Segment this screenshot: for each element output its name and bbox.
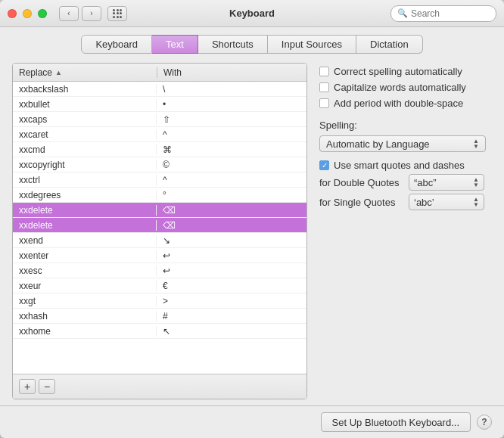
tab-bar: Keyboard Text Shortcuts Input Sources Di… bbox=[0, 27, 504, 54]
table-row[interactable]: xxenter↩ bbox=[13, 248, 306, 263]
cell-replace: xxend bbox=[13, 235, 157, 246]
keyboard-window: ‹ › Keyboard 🔍 Keyboard Text Shortcuts I… bbox=[0, 0, 504, 438]
double-quotes-value: “abc” bbox=[414, 177, 437, 188]
cell-replace: xxdelete bbox=[13, 205, 157, 216]
cell-replace: xxhash bbox=[13, 311, 157, 322]
forward-button[interactable]: › bbox=[82, 6, 101, 21]
cell-replace: xxdelete bbox=[13, 220, 157, 231]
single-quotes-value: ‘abc’ bbox=[414, 197, 434, 208]
table-row[interactable]: xxcaret^ bbox=[13, 127, 306, 142]
table-row[interactable]: xxbackslash\ bbox=[13, 82, 306, 97]
tab-dictation[interactable]: Dictation bbox=[356, 35, 423, 54]
table-row[interactable]: xxhash# bbox=[13, 309, 306, 324]
single-quotes-dropdown[interactable]: ‘abc’ ▲▼ bbox=[409, 194, 484, 210]
spelling-dropdown-value: Automatic by Language bbox=[326, 138, 430, 150]
table-row[interactable]: xxhome↖ bbox=[13, 324, 306, 339]
close-button[interactable] bbox=[8, 9, 17, 18]
grid-button[interactable] bbox=[107, 6, 127, 21]
correct-spelling-checkbox[interactable] bbox=[319, 67, 329, 76]
tab-shortcuts[interactable]: Shortcuts bbox=[198, 35, 268, 54]
spelling-dropdown-arrow-icon: ▲▼ bbox=[473, 138, 479, 149]
text-table: Replace ▲ With xxbackslash\xxbullet•xxca… bbox=[12, 63, 307, 399]
col-with-header: With bbox=[157, 67, 306, 78]
cell-replace: xxcopyright bbox=[13, 160, 157, 170]
capitalize-checkbox[interactable] bbox=[319, 82, 329, 92]
cell-replace: xxbackslash bbox=[13, 84, 157, 95]
table-row[interactable]: xxcopyright© bbox=[13, 157, 306, 172]
period-row[interactable]: Add period with double-space bbox=[319, 98, 492, 109]
smart-quotes-checkbox[interactable] bbox=[319, 160, 329, 170]
double-quotes-label: for Double Quotes bbox=[319, 177, 403, 188]
cell-with: ↖ bbox=[157, 326, 306, 337]
cell-with: ^ bbox=[157, 129, 306, 140]
cell-with: ⌫ bbox=[157, 220, 306, 231]
capitalize-row[interactable]: Capitalize words automatically bbox=[319, 82, 492, 93]
checkbox-group: Correct spelling automatically Capitaliz… bbox=[319, 66, 492, 109]
nav-buttons: ‹ › bbox=[59, 6, 101, 21]
table-row[interactable]: xxbullet• bbox=[13, 97, 306, 112]
correct-spelling-label: Correct spelling automatically bbox=[334, 66, 462, 77]
cell-with: # bbox=[157, 311, 306, 322]
table-row[interactable]: xxeur€ bbox=[13, 278, 306, 294]
cell-replace: xxbullet bbox=[13, 99, 157, 110]
sort-arrow-icon: ▲ bbox=[55, 69, 62, 76]
double-quotes-dropdown[interactable]: “abc” ▲▼ bbox=[409, 174, 484, 191]
tab-input-sources[interactable]: Input Sources bbox=[268, 35, 356, 54]
tab-text[interactable]: Text bbox=[152, 35, 198, 54]
cell-with: ↩ bbox=[157, 250, 306, 261]
smart-quotes-row[interactable]: Use smart quotes and dashes bbox=[319, 160, 492, 171]
correct-spelling-row[interactable]: Correct spelling automatically bbox=[319, 66, 492, 77]
spelling-section: Spelling: Automatic by Language ▲▼ bbox=[319, 116, 492, 152]
table-row[interactable]: xxcmd⌘ bbox=[13, 142, 306, 157]
cell-replace: xxcmd bbox=[13, 144, 157, 155]
right-panel: Correct spelling automatically Capitaliz… bbox=[319, 63, 492, 399]
table-row[interactable]: xxgt> bbox=[13, 294, 306, 309]
cell-replace: xxdegrees bbox=[13, 190, 157, 200]
spelling-label: Spelling: bbox=[319, 120, 492, 131]
table-row[interactable]: xxdegrees° bbox=[13, 188, 306, 203]
back-button[interactable]: ‹ bbox=[59, 6, 79, 21]
cell-with: © bbox=[157, 160, 306, 170]
cell-replace: xxenter bbox=[13, 250, 157, 261]
cell-replace: xxesc bbox=[13, 266, 157, 276]
period-checkbox[interactable] bbox=[319, 98, 329, 108]
single-quotes-arrow-icon: ▲▼ bbox=[473, 197, 479, 207]
table-row[interactable]: xxend↘ bbox=[13, 233, 306, 248]
double-quotes-arrow-icon: ▲▼ bbox=[473, 177, 479, 188]
smart-quotes-label: Use smart quotes and dashes bbox=[334, 160, 465, 171]
col-replace-header[interactable]: Replace ▲ bbox=[13, 67, 157, 78]
cell-replace: xxeur bbox=[13, 281, 157, 291]
search-box[interactable]: 🔍 bbox=[390, 5, 496, 22]
cell-with: ↘ bbox=[157, 235, 306, 246]
cell-replace: xxhome bbox=[13, 326, 157, 337]
cell-with: ° bbox=[157, 190, 306, 200]
cell-replace: xxgt bbox=[13, 296, 157, 306]
help-button[interactable]: ? bbox=[477, 415, 492, 430]
spelling-dropdown[interactable]: Automatic by Language ▲▼ bbox=[319, 135, 486, 152]
titlebar: ‹ › Keyboard 🔍 bbox=[0, 0, 504, 27]
bottom-bar: Set Up Bluetooth Keyboard... ? bbox=[0, 405, 504, 438]
cell-replace: xxcaps bbox=[13, 114, 157, 125]
add-row-button[interactable]: + bbox=[19, 379, 36, 394]
cell-with: ⇧ bbox=[157, 114, 306, 125]
minimize-button[interactable] bbox=[23, 9, 32, 18]
search-input[interactable] bbox=[411, 8, 490, 19]
table-row[interactable]: xxcaps⇧ bbox=[13, 112, 306, 127]
remove-row-button[interactable]: − bbox=[39, 379, 55, 394]
cell-with: ^ bbox=[157, 175, 306, 185]
maximize-button[interactable] bbox=[38, 9, 47, 18]
table-row[interactable]: xxdelete⌫ bbox=[13, 218, 306, 233]
cell-with: € bbox=[157, 281, 306, 291]
bluetooth-keyboard-button[interactable]: Set Up Bluetooth Keyboard... bbox=[321, 412, 471, 432]
single-quotes-row: for Single Quotes ‘abc’ ▲▼ bbox=[319, 194, 492, 210]
table-body[interactable]: xxbackslash\xxbullet•xxcaps⇧xxcaret^xxcm… bbox=[13, 82, 306, 374]
table-row[interactable]: xxesc↩ bbox=[13, 263, 306, 278]
smart-quotes-section: Use smart quotes and dashes for Double Q… bbox=[319, 160, 492, 210]
double-quotes-row: for Double Quotes “abc” ▲▼ bbox=[319, 174, 492, 191]
table-row[interactable]: xxdelete⌫ bbox=[13, 203, 306, 218]
cell-replace: xxcaret bbox=[13, 129, 157, 140]
cell-replace: xxctrl bbox=[13, 175, 157, 185]
tab-keyboard[interactable]: Keyboard bbox=[81, 35, 152, 54]
table-row[interactable]: xxctrl^ bbox=[13, 172, 306, 188]
cell-with: ↩ bbox=[157, 266, 306, 276]
